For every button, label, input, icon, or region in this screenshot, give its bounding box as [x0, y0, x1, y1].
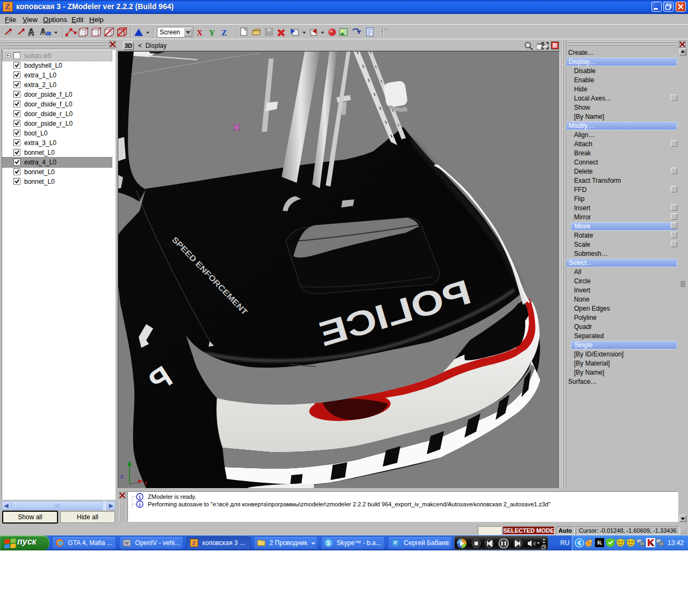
svg-text:X: X — [197, 28, 203, 37]
svg-text:z: z — [120, 473, 124, 479]
svg-text:S: S — [327, 540, 331, 546]
svg-text:i: i — [139, 494, 141, 500]
svg-text:Y: Y — [209, 28, 215, 37]
svg-text:x: x — [145, 479, 147, 485]
svg-text:i: i — [139, 502, 141, 507]
svg-text:Z: Z — [221, 28, 227, 37]
svg-text:IV: IV — [125, 541, 129, 545]
svg-text:Z: Z — [192, 540, 196, 546]
